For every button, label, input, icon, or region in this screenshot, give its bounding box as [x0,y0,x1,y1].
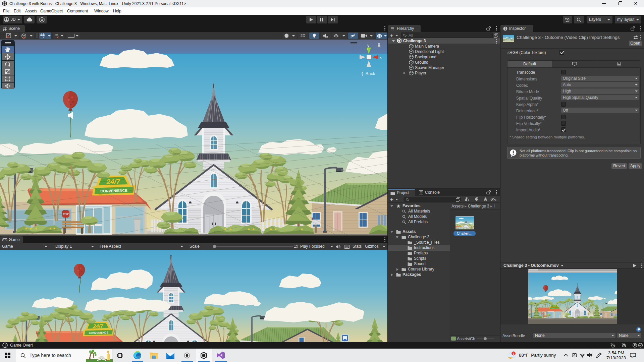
svg-text:x: x [380,55,382,59]
svg-text:Y: Y [43,36,45,38]
svg-text:1: 1 [513,352,514,355]
svg-text:y: y [367,43,369,48]
svg-text:3: 3 [495,198,496,201]
